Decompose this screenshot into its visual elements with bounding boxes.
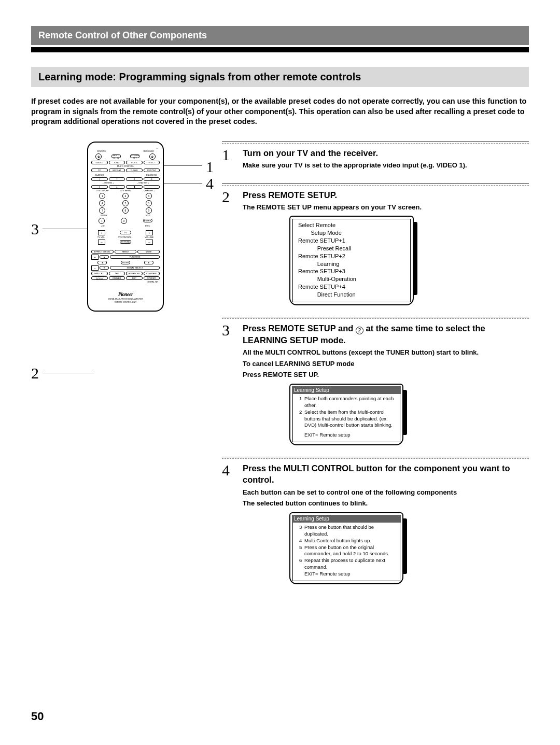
source-icon: ⏻ bbox=[95, 153, 102, 160]
step-title: Turn on your TV and the receiver. bbox=[243, 147, 529, 159]
callout-4: 4 bbox=[206, 175, 214, 192]
step-number: 4 bbox=[222, 462, 233, 584]
callout-2: 2 bbox=[31, 364, 39, 382]
step-title: Press REMOTE SETUP. bbox=[243, 189, 529, 201]
step-detail: Press REMOTE SET UP. bbox=[243, 370, 529, 379]
step-number: 3 bbox=[222, 322, 233, 445]
tv-footer: EXIT= Remote setup bbox=[304, 432, 396, 439]
step-4: 4 Press the MULTI CONTROL button for the… bbox=[222, 457, 529, 584]
intro-paragraph: If preset codes are not available for yo… bbox=[31, 96, 529, 127]
page-number: 50 bbox=[31, 710, 44, 723]
section-title: Learning mode: Programming signals from … bbox=[31, 67, 529, 87]
step-3: 3 Press REMOTE SETUP and 2 at the same t… bbox=[222, 317, 529, 445]
step-detail: Make sure your TV is set to the appropri… bbox=[243, 161, 529, 170]
step-detail: The REMOTE SET UP menu appears on your T… bbox=[243, 203, 529, 212]
tv-screen-setup-menu: Select Remote Setup ModeRemote SETUP+1 P… bbox=[289, 216, 414, 305]
content-columns: 1 4 3 2 ⌂ SOURCERECEIVER ⏻ MULTI CH IN S… bbox=[31, 142, 529, 596]
step-title: Press REMOTE SETUP and 2 at the same tim… bbox=[243, 322, 529, 346]
step-2: 2 Press REMOTE SETUP. The REMOTE SET UP … bbox=[222, 184, 529, 305]
step-detail: To cancel LEARNING SETUP mode bbox=[243, 359, 529, 369]
step-detail: All the MULTI CONTROL buttons (except th… bbox=[243, 348, 529, 357]
step-number: 1 bbox=[222, 147, 233, 172]
callout-3: 3 bbox=[31, 220, 39, 238]
step-number: 2 bbox=[222, 189, 233, 305]
tv-screen-learning-1: Learning Setup 1Place both commanders po… bbox=[289, 384, 403, 445]
remote-illustration-column: 1 4 3 2 ⌂ SOURCERECEIVER ⏻ MULTI CH IN S… bbox=[31, 142, 213, 596]
tv-header: Learning Setup bbox=[292, 386, 401, 395]
step-detail: The selected button continues to blink. bbox=[243, 499, 529, 508]
chapter-header: Remote Control of Other Components bbox=[31, 26, 529, 45]
brand-logo: Pioneer bbox=[91, 291, 160, 297]
remote-control-diagram: ⌂ SOURCERECEIVER ⏻ MULTI CH IN SYSTEM OF… bbox=[87, 142, 164, 312]
keypad-2-icon: 2 bbox=[356, 327, 363, 334]
horizontal-rule bbox=[31, 47, 529, 52]
callout-1: 1 bbox=[206, 158, 214, 176]
step-title: Press the MULTI CONTROL button for the c… bbox=[243, 462, 529, 486]
document-page: Remote Control of Other Components Learn… bbox=[0, 0, 560, 616]
steps-column: 1 Turn on your TV and the receiver. Make… bbox=[222, 142, 529, 596]
tv-header: Learning Setup bbox=[292, 515, 401, 523]
tv-screen-learning-2: Learning Setup 3Press one button that sh… bbox=[289, 512, 403, 584]
step-1: 1 Turn on your TV and the receiver. Make… bbox=[222, 142, 529, 172]
step-detail: Each button can be set to control one of… bbox=[243, 488, 529, 497]
receiver-icon: ⏻ bbox=[149, 153, 156, 160]
